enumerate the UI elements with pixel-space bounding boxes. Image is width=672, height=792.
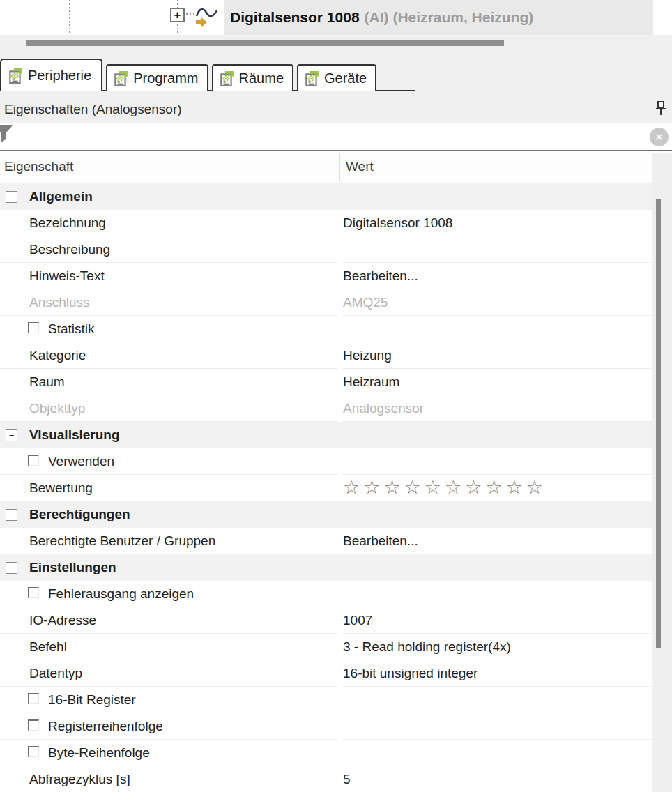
property-label: Datentyp [29, 666, 82, 681]
property-row[interactable]: Datentyp 16-bit unsigned integer [0, 660, 672, 687]
section-row[interactable]: − Allgemein [0, 183, 672, 210]
property-row[interactable]: Raum Heizraum [0, 369, 672, 395]
property-value: AMQ25 [342, 289, 672, 316]
header-band: Peripherie Programm [0, 35, 672, 123]
property-label: Verwenden [48, 454, 114, 469]
property-value[interactable] [342, 581, 672, 607]
property-label: Berechtigte Benutzer / Gruppen [29, 533, 215, 549]
property-row[interactable]: Befehl 3 - Read holding register(4x) [0, 634, 672, 660]
tab-programm[interactable]: Programm [106, 64, 208, 91]
column-divider[interactable] [339, 153, 340, 181]
property-row[interactable]: Anschluss AMQ25 [0, 289, 672, 316]
column-header-value[interactable]: Wert [346, 159, 374, 174]
property-value[interactable]: ☆☆☆☆☆☆☆☆☆☆ [342, 475, 672, 501]
property-label: Bezeichnung [29, 215, 106, 231]
checkbox[interactable] [28, 322, 39, 333]
collapse-icon[interactable]: − [6, 509, 17, 521]
property-value[interactable]: Heizraum [342, 369, 672, 395]
section-label: Allgemein [29, 189, 93, 204]
property-row[interactable]: 16-Bit Register [0, 687, 672, 713]
vertical-scrollbar[interactable] [652, 153, 672, 792]
tree-expand-button[interactable]: + [170, 8, 185, 22]
property-value[interactable] [342, 687, 672, 713]
section-row[interactable]: − Visualisierung [0, 422, 672, 448]
checkbox[interactable] [28, 587, 39, 598]
tree-panel: + Digitalsensor 1008 (AI) (Heizraum, Hei… [0, 0, 672, 35]
property-label: Befehl [29, 639, 67, 655]
section-label: Berechtigungen [29, 507, 130, 522]
analog-sensor-icon [194, 5, 223, 30]
section-row[interactable]: − Einstellungen [0, 554, 672, 581]
collapse-icon[interactable]: − [6, 562, 17, 574]
form-icon [8, 68, 23, 84]
property-value[interactable]: 16-bit unsigned integer [342, 660, 672, 687]
checkbox[interactable] [28, 746, 39, 757]
property-row[interactable]: Bezeichnung Digitalsensor 1008 [0, 210, 672, 236]
filter-input[interactable] [17, 126, 640, 148]
property-row[interactable]: Verwenden [0, 448, 672, 475]
property-row[interactable]: Bewertung ☆☆☆☆☆☆☆☆☆☆ [0, 475, 672, 501]
tab-r-ume[interactable]: Räume [212, 64, 293, 91]
checkbox[interactable] [28, 455, 39, 466]
plus-icon: + [174, 9, 181, 21]
filter-row: ✕ [0, 123, 672, 151]
tree-item-digitalsensor[interactable]: Digitalsensor 1008 (AI) (Heizraum, Heizu… [224, 0, 653, 35]
property-label: Statistik [48, 321, 95, 337]
property-value[interactable]: 1007 [342, 607, 672, 634]
property-row[interactable]: Objekttyp Analogsensor [0, 395, 672, 422]
tab-ger-te[interactable]: Geräte [297, 64, 376, 91]
property-label: Abfragezyklus [s] [29, 772, 130, 787]
property-label: IO-Adresse [29, 613, 96, 628]
property-value[interactable]: Bearbeiten... [342, 263, 672, 289]
property-row[interactable]: Beschreibung [0, 236, 672, 263]
property-row[interactable]: Hinweis-Text Bearbeiten... [0, 263, 672, 289]
tree-item-suffix: (AI) (Heizraum, Heizung) [365, 9, 534, 26]
tab-label: Peripherie [28, 68, 91, 84]
tab-strip: Peripherie Programm [0, 59, 380, 91]
property-value[interactable] [342, 740, 672, 766]
property-value[interactable] [342, 448, 672, 475]
property-label: 16-Bit Register [48, 692, 136, 708]
checkbox[interactable] [28, 693, 39, 704]
property-row[interactable]: IO-Adresse 1007 [0, 607, 672, 634]
property-row[interactable]: Berechtigte Benutzer / Gruppen Bearbeite… [0, 528, 672, 554]
property-value[interactable]: 3 - Read holding register(4x) [342, 634, 672, 660]
panel-title: Eigenschaften (Analogsensor) [4, 102, 182, 117]
property-value: Analogsensor [342, 395, 672, 422]
filter-funnel-icon [0, 125, 13, 142]
app-window: + Digitalsensor 1008 (AI) (Heizraum, Hei… [0, 0, 672, 792]
clear-filter-button[interactable]: ✕ [650, 128, 669, 146]
rating-stars[interactable]: ☆☆☆☆☆☆☆☆☆☆ [343, 478, 547, 496]
property-value[interactable] [342, 236, 672, 263]
property-row[interactable]: Byte-Reihenfolge [0, 740, 672, 766]
horizontal-scrollbar[interactable] [0, 35, 672, 50]
property-label: Anschluss [29, 295, 90, 310]
property-row[interactable]: Fehlerausgang anzeigen [0, 581, 672, 607]
column-header-property[interactable]: Eigenschaft [4, 159, 73, 174]
properties-grid: − Allgemein Bezeichnung Digitalsensor 10… [0, 183, 672, 792]
grid-header: Eigenschaft Wert [0, 151, 672, 183]
property-value[interactable]: Digitalsensor 1008 [342, 210, 672, 236]
property-row[interactable]: Statistik [0, 316, 672, 342]
property-label: Fehlerausgang anzeigen [48, 586, 194, 602]
property-row[interactable]: Abfragezyklus [s] 5 [0, 766, 672, 792]
property-value[interactable]: 5 [342, 766, 672, 792]
property-value[interactable]: Bearbeiten... [342, 528, 672, 554]
tab-label: Geräte [324, 70, 367, 86]
property-value[interactable] [342, 316, 672, 342]
horizontal-scrollbar-thumb[interactable] [26, 40, 504, 46]
property-row[interactable]: Kategorie Heizung [0, 342, 672, 369]
collapse-icon[interactable]: − [6, 191, 17, 203]
property-value[interactable] [342, 713, 672, 740]
collapse-icon[interactable]: − [6, 429, 17, 441]
tree-guide-line [69, 0, 70, 33]
vertical-scrollbar-thumb[interactable] [656, 199, 661, 648]
section-row[interactable]: − Berechtigungen [0, 501, 672, 528]
property-label: Byte-Reihenfolge [48, 745, 150, 761]
checkbox[interactable] [28, 719, 39, 731]
property-row[interactable]: Registerreihenfolge [0, 713, 672, 740]
pin-icon[interactable] [655, 100, 667, 116]
tab-peripherie[interactable]: Peripherie [0, 59, 102, 91]
property-label: Beschreibung [29, 242, 110, 257]
property-value[interactable]: Heizung [342, 342, 672, 369]
